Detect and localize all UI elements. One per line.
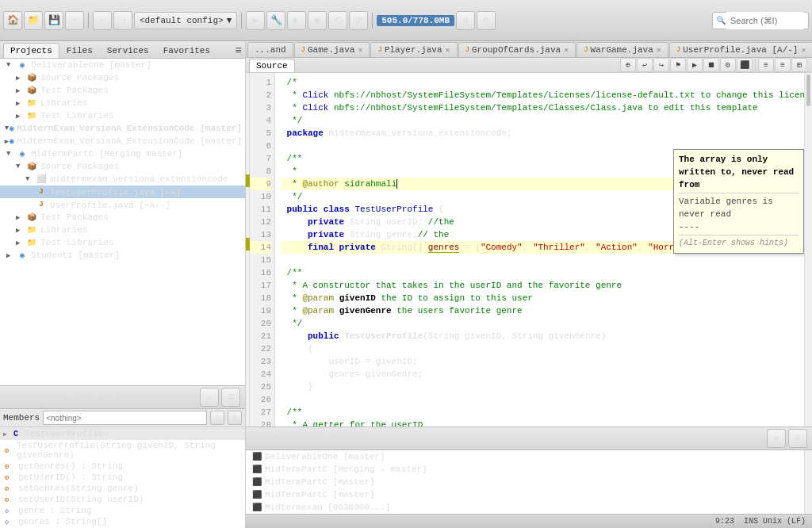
members-sort-btn[interactable]: ↕: [210, 411, 224, 425]
nav-class-item[interactable]: ▶ C TestUserProfile: [0, 427, 245, 440]
search-input[interactable]: [726, 12, 805, 29]
tree-item-student1[interactable]: ▶ ◉ Student1 [master]: [0, 249, 245, 262]
tree-item-midterm-ext2[interactable]: ▶ ◉ MidternExam_VersionA_ExtensionCode […: [0, 135, 245, 147]
tree-item-libs-1[interactable]: ▶ 📁 Libraries: [0, 97, 245, 109]
tree-item-source-pkgs-1[interactable]: ▶ 📦 Source Packages: [0, 71, 245, 84]
project-icon: ◉: [16, 59, 29, 71]
navigator-close-btn[interactable]: ✕: [200, 388, 219, 407]
git-item-midterm-partc2[interactable]: ⬛ MidTermPartC [master]: [246, 488, 804, 501]
tree-label: Libraries: [40, 225, 87, 235]
code-line-15: [282, 254, 798, 266]
etb-btn-11[interactable]: ⊞: [791, 58, 807, 72]
toolbar-btn-2[interactable]: 📁: [24, 11, 43, 30]
config-dropdown[interactable]: <default config> ▼: [134, 12, 237, 29]
tree-item-testlibs-2[interactable]: ▶ 📁 Test Libraries: [0, 236, 245, 249]
tab-userprofile-java[interactable]: J UserProfile.java [A/-] ✕: [669, 42, 812, 57]
project-icon: ◉: [9, 123, 14, 134]
tab-close-icon[interactable]: ✕: [657, 45, 661, 55]
line-num: 6: [250, 140, 271, 152]
member-setgenres[interactable]: ⚙ setGenres(String genre): [0, 483, 245, 494]
memory-counter[interactable]: 505.0/778.0MB: [377, 15, 454, 26]
toolbar-stop-btn[interactable]: ⟲: [328, 11, 347, 30]
git-item-midtermexam[interactable]: ⬛ Midtermexam [0030000...]: [246, 501, 804, 514]
etb-sep: [755, 59, 756, 71]
git-item-midterm-partc[interactable]: ⬛ MidTermPartC [master]: [246, 476, 804, 488]
tab-player-java[interactable]: J Player.java ✕: [370, 42, 457, 57]
etb-btn-7[interactable]: ⚙: [720, 58, 736, 72]
tab-services[interactable]: Services: [100, 43, 156, 58]
tab-game-java[interactable]: J Game.java ✕: [294, 42, 370, 57]
toolbar-btn-1[interactable]: 🏠: [3, 11, 22, 30]
tab-history[interactable]: History: [295, 59, 346, 72]
etb-btn-9[interactable]: ≡: [758, 58, 774, 72]
git-close-btn[interactable]: ✕: [767, 429, 786, 448]
redo-button[interactable]: ↪: [113, 11, 132, 30]
tab-and[interactable]: ...and: [247, 42, 293, 57]
git-menu-btn[interactable]: ≡: [788, 429, 807, 448]
git-item-deliverableone[interactable]: ⬛ DeliverableOne [master]: [246, 450, 804, 463]
toolbar-debug-btn[interactable]: 🔧: [266, 11, 285, 30]
toolbar-btn-3[interactable]: 💾: [44, 11, 63, 30]
panel-menu-icon[interactable]: ≡: [236, 44, 242, 57]
tree-label: Test Libraries: [40, 238, 113, 247]
tree-item-midterm-ext[interactable]: ▼ ◉ MidternExam_VersionA_ExtensionCode […: [0, 122, 245, 135]
toolbar-refresh-btn[interactable]: ⟳: [349, 11, 368, 30]
toolbar-run-btn[interactable]: ▶: [287, 11, 306, 30]
member-setuserid[interactable]: ⚙ setUserID(String userID): [0, 494, 245, 505]
line-num: 11: [250, 203, 271, 216]
etb-btn-4[interactable]: ⚑: [670, 58, 686, 72]
method-icon: ⚙: [5, 462, 16, 471]
etb-btn-6[interactable]: ⏹: [703, 58, 719, 72]
tree-item-deliverableone[interactable]: ▼ ◉ DeliverableOne [master]: [0, 59, 245, 71]
tree-label: TestUserProfile.java [∼A]: [50, 187, 181, 197]
tree-item-libs-2[interactable]: ▶ 📁 Libraries: [0, 224, 245, 236]
line-num: 21: [250, 330, 271, 342]
toolbar-profile2-btn[interactable]: ⚙: [477, 11, 496, 30]
toolbar-gc-btn[interactable]: ♻: [456, 11, 475, 30]
etb-btn-5[interactable]: ▶: [687, 58, 703, 72]
scrollbar-thumb[interactable]: [806, 75, 810, 106]
tab-close-icon[interactable]: ✕: [358, 45, 362, 55]
toolbar-profile-btn[interactable]: ◉: [308, 11, 327, 30]
code-line-28: * A getter for the userID: [282, 419, 798, 427]
tree-item-test-pkgs-2[interactable]: ▶ 📦 Test Packages: [0, 211, 245, 224]
tab-projects[interactable]: Projects: [3, 43, 59, 58]
tree-item-midterm-partc[interactable]: ▼ ◉ MidTermPartC [Merging master]: [0, 147, 245, 160]
tree-item-pkg-midterm[interactable]: ▼ ⬜ midtermexam_versiona_extensioncode: [0, 173, 245, 186]
tab-favorites[interactable]: Favorites: [156, 43, 217, 58]
tree-item-userprofile[interactable]: J UserProfile.java [∼A/-]: [0, 198, 245, 211]
code-area[interactable]: /* * Click nbfs://nbhost/SystemFileSyste…: [275, 73, 804, 427]
etb-btn-8[interactable]: ⬛: [737, 58, 753, 72]
tree-item-source-pkgs-2[interactable]: ▼ 📦 Source Packages: [0, 160, 245, 173]
member-getgenres[interactable]: ⚙ getGenres() : String: [0, 461, 245, 472]
tab-groupofcards-java[interactable]: J GroupOfCards.java ✕: [458, 42, 576, 57]
tree-item-test-pkgs-1[interactable]: ▶ 📦 Test Packages: [0, 84, 245, 97]
etb-btn-1[interactable]: ⊕: [620, 58, 636, 72]
undo-button[interactable]: ↩: [93, 11, 112, 30]
member-genres-field[interactable]: ◇ genres : String[]: [0, 516, 245, 527]
member-constructor[interactable]: ⚙ TestUserProfile(String givenID, String…: [0, 440, 245, 461]
navigator-menu-btn[interactable]: ≡: [221, 388, 240, 407]
editor-scrollbar[interactable]: [804, 73, 812, 427]
tab-wargame-java[interactable]: J WarGame.java ✕: [576, 42, 668, 57]
members-config-btn[interactable]: ⚙: [228, 411, 242, 425]
tab-files[interactable]: Files: [59, 43, 100, 58]
tree-item-testuserprofile[interactable]: J TestUserProfile.java [∼A]: [0, 186, 245, 198]
tab-close-icon[interactable]: ✕: [801, 45, 806, 55]
git-scrollbar[interactable]: [804, 450, 812, 514]
etb-btn-3[interactable]: ↪: [653, 58, 669, 72]
member-genre-field[interactable]: ◇ genre : String: [0, 505, 245, 516]
tab-close-icon[interactable]: ✕: [564, 45, 569, 55]
member-getuserid[interactable]: ⚙ getUserID() : String: [0, 472, 245, 483]
git-item-midterm-partc-merge[interactable]: ⬛ MidTermPartC [Merging - master]: [246, 463, 804, 476]
members-filter-input[interactable]: [43, 411, 207, 425]
editor-toolbar: ⊕ ↩ ↪ ⚑ ▶ ⏹ ⚙ ⬛ ≡ ≡ ⊞: [619, 58, 809, 72]
toolbar-build-btn[interactable]: ▶: [246, 11, 265, 30]
etb-btn-2[interactable]: ↩: [637, 58, 653, 72]
tree-item-testlibs-1[interactable]: ▶ 📁 Test Libraries: [0, 109, 245, 122]
etb-btn-10[interactable]: ≡: [775, 58, 791, 72]
package-icon: ⬜: [35, 174, 48, 185]
tab-close-icon[interactable]: ✕: [446, 45, 450, 55]
tab-source[interactable]: Source: [249, 59, 295, 72]
toolbar-btn-4[interactable]: ✂: [65, 11, 84, 30]
